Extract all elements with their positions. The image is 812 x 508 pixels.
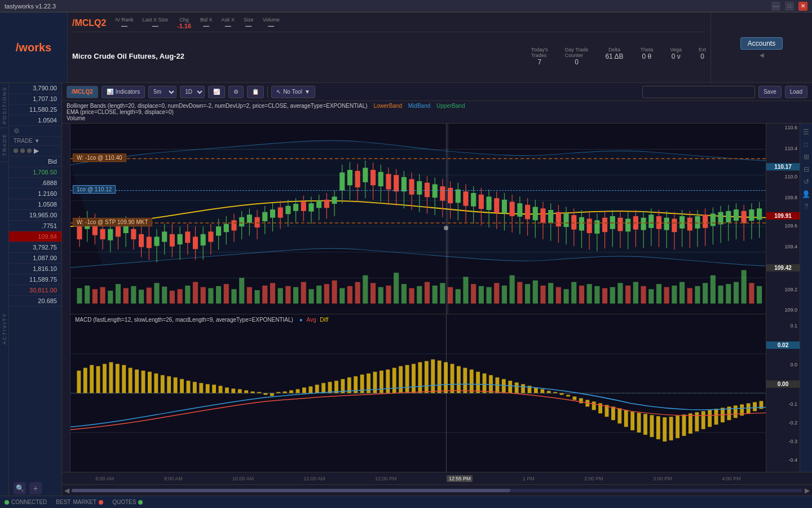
price-item: .6888 bbox=[9, 178, 61, 189]
price-scale-label: 110.6 bbox=[766, 125, 800, 130]
maximize-button[interactable]: □ bbox=[785, 2, 794, 11]
svg-rect-328 bbox=[405, 365, 409, 393]
symbol-toolbar-label[interactable]: /MCLQ2 bbox=[67, 86, 98, 98]
nav-dots[interactable]: ▶ bbox=[9, 146, 61, 156]
svg-rect-326 bbox=[392, 368, 396, 393]
svg-rect-288 bbox=[148, 372, 152, 393]
svg-rect-286 bbox=[135, 370, 139, 393]
volume-col: Volume — bbox=[263, 17, 280, 29]
svg-rect-86 bbox=[695, 286, 700, 304]
svg-rect-330 bbox=[418, 362, 422, 393]
svg-rect-59 bbox=[487, 287, 492, 304]
chart-scrollbar[interactable] bbox=[72, 489, 802, 492]
day-trade-counter-value: 0 bbox=[575, 58, 579, 66]
svg-rect-315 bbox=[321, 383, 325, 393]
interval-select[interactable]: 5m1m15m1h1D bbox=[148, 86, 176, 98]
chart-scroll-right-icon[interactable]: ▶ bbox=[805, 487, 810, 494]
hamburger-icon[interactable]: ☰ bbox=[803, 128, 809, 136]
svg-rect-56 bbox=[463, 277, 468, 303]
add-icon[interactable]: + bbox=[29, 482, 42, 494]
main-content: POSITIONS TRADE ACTIVITY 3,790.00 1,707.… bbox=[0, 83, 812, 496]
close-button[interactable]: ✕ bbox=[798, 2, 807, 11]
svg-rect-74 bbox=[602, 288, 607, 303]
svg-rect-22 bbox=[201, 287, 206, 304]
accounts-arrow-icon[interactable]: ◀ bbox=[760, 52, 764, 58]
svg-rect-61 bbox=[502, 286, 507, 304]
trade-tab[interactable]: TRADE bbox=[0, 128, 8, 162]
position-line: 1co @ 110.12 bbox=[70, 190, 766, 191]
quotes-dot bbox=[138, 500, 143, 505]
svg-rect-104 bbox=[108, 229, 113, 240]
accounts-button[interactable]: Accounts bbox=[740, 37, 783, 50]
svg-rect-90 bbox=[726, 284, 731, 304]
svg-rect-297 bbox=[206, 384, 210, 393]
chart-type-button[interactable]: 📈 bbox=[208, 86, 225, 98]
chg-label: Chg bbox=[179, 17, 189, 23]
period-select[interactable]: 1D5D1M3M bbox=[180, 86, 205, 98]
time-label: 2:00 PM bbox=[584, 476, 603, 481]
svg-rect-223 bbox=[564, 213, 569, 227]
svg-rect-19 bbox=[178, 289, 183, 304]
svg-rect-32 bbox=[278, 288, 283, 303]
gear-icon-row[interactable]: ⚙ bbox=[9, 126, 61, 137]
iv-rank-col: IV Rank — bbox=[115, 17, 133, 29]
no-tool-button[interactable]: ↖ No Tool ▼ bbox=[271, 86, 315, 98]
svg-rect-128 bbox=[201, 234, 206, 246]
svg-rect-364 bbox=[637, 413, 641, 432]
chart-indicators: Bollinger Bands (length=20, displace=0, … bbox=[62, 101, 812, 124]
svg-rect-136 bbox=[231, 220, 236, 230]
square-icon[interactable]: □ bbox=[804, 141, 808, 148]
main-chart[interactable]: W: -1co @ 110.40 1co @ 110.12 W: -1co @ … bbox=[70, 124, 766, 314]
chart-scroll-left-icon[interactable]: ◀ bbox=[64, 487, 69, 494]
people-icon[interactable]: 👤 bbox=[802, 190, 810, 198]
svg-rect-227 bbox=[579, 217, 584, 231]
time-axis-scale-spacer bbox=[766, 472, 800, 484]
trade-label: TRADE bbox=[2, 133, 7, 156]
svg-rect-353 bbox=[566, 395, 570, 396]
volume-indicator-text: Volume bbox=[67, 115, 85, 121]
indicators-button[interactable]: 📊 Indicators bbox=[102, 86, 145, 98]
svg-rect-243 bbox=[641, 218, 646, 230]
nav-dot-1 bbox=[14, 148, 18, 153]
svg-rect-13 bbox=[131, 286, 136, 304]
load-button[interactable]: Load bbox=[785, 86, 807, 98]
activity-tab[interactable]: ACTIVITY bbox=[0, 162, 8, 496]
settings-button[interactable]: ⚙ bbox=[228, 86, 244, 98]
last-x-size-label: Last X Size bbox=[142, 17, 168, 23]
svg-rect-77 bbox=[625, 286, 630, 304]
symbol-label[interactable]: /MCLQ2 bbox=[72, 18, 106, 28]
svg-rect-7 bbox=[85, 286, 90, 304]
svg-rect-70 bbox=[571, 282, 576, 304]
svg-rect-299 bbox=[219, 386, 223, 393]
svg-rect-23 bbox=[208, 288, 213, 303]
svg-rect-37 bbox=[316, 286, 321, 304]
price-scale: 110.6 110.4 110.17 110.0 109.8 109.91 10… bbox=[766, 124, 800, 314]
svg-rect-360 bbox=[611, 406, 615, 420]
last-x-size-value: — bbox=[152, 23, 158, 29]
minus-grid-icon[interactable]: ⊟ bbox=[804, 165, 809, 173]
studies-button[interactable]: 📋 bbox=[247, 86, 264, 98]
price-item: 11,589.75 bbox=[9, 274, 61, 285]
svg-rect-72 bbox=[587, 284, 592, 304]
nav-arrow-icon[interactable]: ▶ bbox=[34, 147, 39, 155]
range-slider[interactable] bbox=[642, 86, 755, 98]
gear-icon: ⚙ bbox=[14, 127, 20, 135]
minimize-button[interactable]: — bbox=[771, 2, 780, 11]
save-button[interactable]: Save bbox=[758, 86, 782, 98]
svg-rect-182 bbox=[409, 179, 414, 194]
svg-rect-291 bbox=[167, 376, 171, 393]
svg-rect-89 bbox=[718, 286, 723, 304]
macd-price-tag: 0.02 bbox=[766, 341, 800, 349]
stop-order-tag: W: -1co @ STP 109.90 MKT bbox=[73, 218, 152, 226]
help-icon[interactable]: ? bbox=[804, 203, 808, 211]
trade-mode-selector[interactable]: TRADE ▼ bbox=[9, 137, 61, 146]
refresh-icon[interactable]: ↺ bbox=[804, 178, 809, 186]
search-icon[interactable]: 🔍 bbox=[14, 482, 26, 494]
svg-rect-9 bbox=[100, 287, 105, 304]
svg-rect-85 bbox=[687, 288, 692, 303]
grid-icon[interactable]: ⊞ bbox=[804, 153, 809, 161]
svg-rect-373 bbox=[695, 412, 699, 431]
svg-rect-20 bbox=[185, 286, 190, 304]
svg-rect-333 bbox=[438, 361, 442, 393]
positions-tab[interactable]: POSITIONS bbox=[0, 83, 8, 128]
